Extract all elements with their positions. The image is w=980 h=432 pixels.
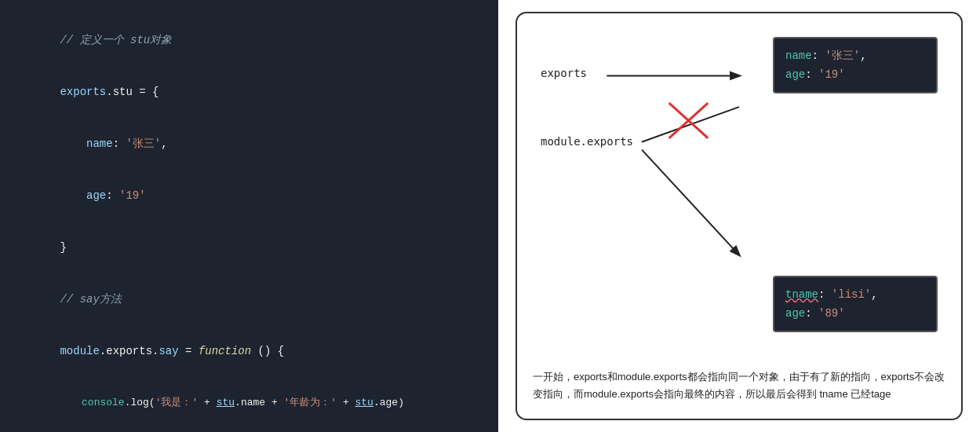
code-token: stu (217, 397, 235, 408)
diagram-description: 一开始，exports和module.exports都会指向同一个对象，由于有了… (533, 368, 945, 403)
code-token: say (158, 345, 178, 357)
code-token: '19' (818, 68, 845, 81)
code-token: } (60, 241, 66, 254)
code-line: // say方法 (0, 273, 490, 325)
code-box-line: tname: 'lisi', (785, 285, 925, 304)
exports-label: exports (541, 67, 587, 79)
code-token: '我是：' (155, 397, 199, 408)
code-token: .stu = { (106, 86, 158, 98)
code-token: : (113, 137, 126, 150)
code-line: module.exports.say = function () { (0, 325, 490, 377)
code-token: : (805, 307, 818, 320)
code-token: '张三' (825, 49, 860, 62)
code-token: function (199, 345, 251, 357)
code-token: : (812, 49, 825, 62)
code-token: stu (355, 397, 373, 408)
code-token: exports (60, 86, 106, 98)
code-token (60, 137, 86, 150)
code-token: , (161, 137, 167, 150)
code-token: name (785, 49, 812, 62)
code-token: age (86, 189, 106, 202)
code-token: '张三' (126, 137, 161, 150)
code-line: name: '张三', (0, 118, 490, 170)
code-token: () { (251, 345, 284, 357)
code-token (57, 397, 82, 408)
code-token: name (86, 137, 113, 150)
code-token: tname (785, 288, 818, 301)
code-token: // 定义一个 stu对象 (60, 34, 172, 46)
code-token: : (818, 288, 832, 301)
code-token (60, 189, 86, 202)
bottom-code-box: tname: 'lisi', age: '89' (773, 276, 938, 332)
code-line: exports.stu = { (0, 66, 490, 118)
top-code-box: name: '张三', age: '19' (773, 37, 938, 93)
module-exports-label: module.exports (541, 135, 633, 148)
code-token: .log( (125, 397, 155, 408)
code-token: '年龄为：' (284, 397, 337, 408)
code-token: , (871, 288, 877, 301)
diagram-box: exports module.exports name: '张三', age: … (516, 12, 963, 420)
code-line: } (0, 221, 490, 273)
code-token: .exports. (100, 345, 159, 357)
code-token: + (337, 397, 355, 408)
code-line: // 定义一个 stu对象 (0, 14, 490, 66)
code-panel: // 定义一个 stu对象 exports.stu = { name: '张三'… (0, 0, 498, 432)
svg-line-3 (669, 103, 709, 138)
code-box-line: age: '89' (785, 304, 925, 323)
code-token: : (805, 68, 818, 81)
code-token: age (785, 68, 805, 81)
code-box-line: age: '19' (785, 65, 925, 84)
code-token: + (198, 397, 216, 408)
code-line: age: '19' (0, 170, 490, 221)
code-token: age (785, 307, 805, 320)
code-token: module (60, 345, 99, 357)
code-line: console.log('我是：' + stu.name + '年龄为：' + … (0, 377, 490, 429)
code-token: console (82, 397, 125, 408)
code-token: = (179, 345, 199, 357)
code-token: .age) (373, 397, 404, 408)
svg-line-2 (669, 103, 709, 138)
code-token: : (106, 189, 119, 202)
code-token: // say方法 (60, 293, 121, 306)
svg-line-1 (642, 107, 739, 142)
code-token: .name + (235, 397, 283, 408)
svg-line-4 (642, 150, 739, 255)
code-token: '89' (818, 307, 845, 320)
diagram-panel: exports module.exports name: '张三', age: … (498, 0, 980, 432)
code-token: 'lisi' (832, 288, 871, 301)
code-token: , (860, 49, 866, 62)
code-box-line: name: '张三', (785, 46, 925, 65)
code-line: } (0, 429, 490, 432)
code-token: '19' (119, 189, 146, 202)
